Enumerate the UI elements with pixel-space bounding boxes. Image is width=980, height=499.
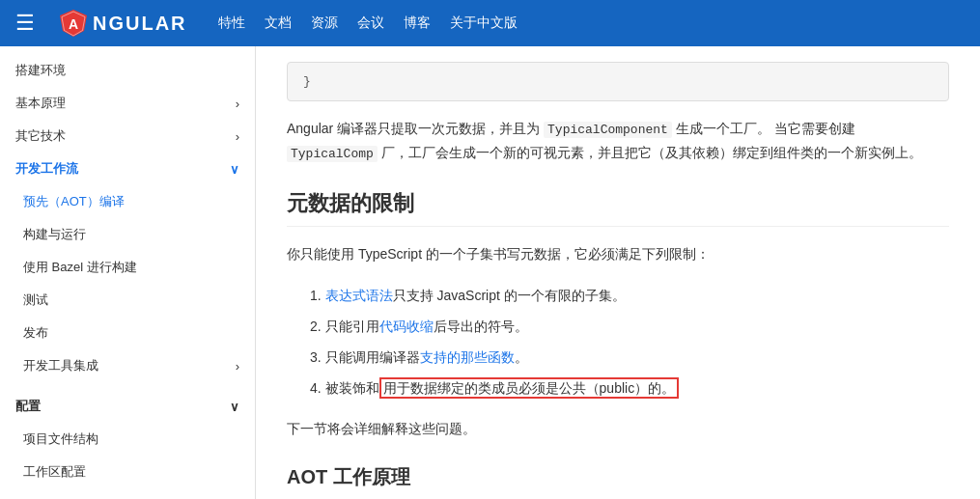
chevron-down-icon: ∨ (230, 162, 239, 177)
list-item-1: 1. 表达式语法只支持 JavaScript 的一个有限的子集。 (310, 282, 949, 309)
content-area: } Angular 编译器只提取一次元数据，并且为 TypicalCompone… (256, 46, 980, 499)
chevron-right-icon (236, 359, 239, 374)
angular-logo: A (58, 8, 89, 39)
sidebar-item-test[interactable]: 测试 (0, 284, 255, 317)
summary-text: 下一节将会详细解释这些问题。 (287, 417, 949, 441)
sidebar-item-workspace-config[interactable]: 工作区配置 (0, 456, 255, 488)
list-item-3: 3. 只能调用编译器支持的那些函数。 (310, 344, 949, 371)
code-block: } (287, 62, 949, 101)
hamburger-icon[interactable]: ☰ (15, 11, 35, 36)
sidebar-item-devtools[interactable]: 开发工具集成 (0, 349, 255, 382)
chevron-right-icon (236, 129, 239, 144)
link-supported-functions[interactable]: 支持的那些函数 (420, 349, 515, 365)
chevron-down-icon: ∨ (230, 400, 239, 414)
constraint-list: 1. 表达式语法只支持 JavaScript 的一个有限的子集。 2. 只能引用… (310, 282, 949, 402)
sidebar-item-setup[interactable]: 搭建环境 (0, 54, 255, 87)
sidebar-item-basics[interactable]: 基本原理 (0, 87, 255, 120)
nav-features[interactable]: 特性 (218, 14, 245, 32)
nav-blog[interactable]: 博客 (404, 14, 431, 32)
list-item-4: 4. 被装饰和用于数据绑定的类成员必须是公共（public）的。 (310, 374, 949, 402)
nav-chinese[interactable]: 关于中文版 (450, 14, 518, 32)
link-expression-syntax[interactable]: 表达式语法 (325, 288, 393, 303)
code-brace: } (303, 74, 311, 89)
sidebar-item-aot[interactable]: 预先（AOT）编译 (0, 185, 255, 218)
nav-links: 特性 文档 资源 会议 博客 关于中文版 (218, 14, 518, 32)
nav-docs[interactable]: 文档 (265, 14, 292, 32)
logo-area: A NGULAR (58, 8, 187, 39)
svg-text:A: A (69, 16, 78, 32)
sidebar-item-publish[interactable]: 发布 (0, 317, 255, 349)
top-navigation: ☰ A NGULAR 特性 文档 资源 会议 博客 关于中文版 (0, 0, 980, 46)
sidebar: 搭建环境 基本原理 其它技术 开发工作流 ∨ 预先（AOT）编译 构建与运行 使… (0, 46, 256, 499)
section2-title: AOT 工作原理 (287, 464, 949, 490)
sidebar-item-bazel[interactable]: 使用 Bazel 进行构建 (0, 251, 255, 284)
nav-conference[interactable]: 会议 (357, 14, 384, 32)
highlighted-text: 用于数据绑定的类成员必须是公共（public）的。 (379, 377, 680, 399)
sidebar-item-config[interactable]: 配置 ∨ (0, 390, 255, 423)
chevron-right-icon (236, 97, 239, 111)
main-layout: 搭建环境 基本原理 其它技术 开发工作流 ∨ 预先（AOT）编译 构建与运行 使… (0, 46, 980, 499)
link-code-shrink[interactable]: 代码收缩 (379, 319, 434, 334)
sidebar-item-other-tech[interactable]: 其它技术 (0, 120, 255, 152)
section1-intro: 你只能使用 TypeScript 的一个子集书写元数据，它必须满足下列限制： (287, 242, 949, 266)
sidebar-item-project-structure[interactable]: 项目文件结构 (0, 423, 255, 456)
list-item-2: 2. 只能引用代码收缩后导出的符号。 (310, 313, 949, 340)
sidebar-item-devworkflow[interactable]: 开发工作流 ∨ (0, 152, 255, 185)
section1-title: 元数据的限制 (287, 189, 949, 227)
intro-paragraph: Angular 编译器只提取一次元数据，并且为 TypicalComponent… (287, 117, 949, 166)
nav-resources[interactable]: 资源 (311, 14, 338, 32)
sidebar-item-build-run[interactable]: 构建与运行 (0, 218, 255, 251)
logo-text: NGULAR (93, 13, 187, 35)
